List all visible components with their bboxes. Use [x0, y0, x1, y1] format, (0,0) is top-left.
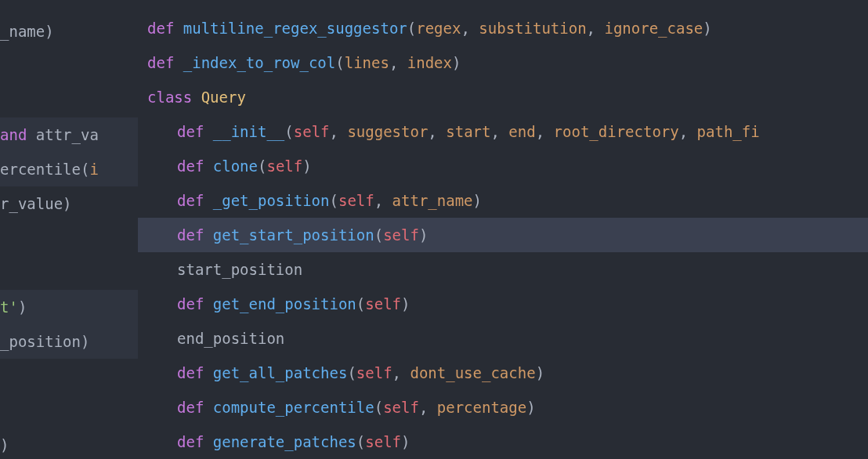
identifier: end_position	[177, 327, 284, 350]
class-name: Query	[201, 86, 246, 109]
function-name: get_all_patches	[213, 362, 348, 385]
param-self: self	[356, 362, 392, 385]
code-text: attr_va	[27, 124, 99, 146]
param: percentage	[437, 396, 526, 419]
code-text: ercentile(	[0, 158, 89, 181]
left-code-panel: _name) and attr_va ercentile(i r_value) …	[0, 0, 138, 459]
param: suggestor	[347, 121, 428, 143]
keyword-def: def	[177, 293, 204, 316]
left-line-empty[interactable]	[0, 393, 138, 428]
param: attr_name	[392, 190, 473, 212]
left-line-empty[interactable]	[0, 255, 138, 290]
left-line-empty[interactable]	[0, 49, 138, 83]
function-name: clone	[213, 155, 258, 178]
outline-item-property[interactable]: end_position	[138, 321, 868, 356]
param: start	[446, 121, 490, 143]
function-name: __init__	[213, 121, 285, 143]
left-line[interactable]: t')	[0, 290, 138, 324]
param-self: self	[266, 155, 302, 178]
function-name: generate_patches	[213, 431, 356, 454]
outline-item[interactable]: def get_all_patches(self, dont_use_cache…	[138, 356, 868, 390]
left-line[interactable]: and attr_va	[0, 117, 138, 152]
param-text: i	[89, 158, 98, 181]
code-text: )	[0, 434, 9, 457]
outline-item[interactable]: def compute_percentile(self, percentage)	[138, 390, 868, 425]
outline-item[interactable]: def __init__(self, suggestor, start, end…	[138, 114, 868, 149]
keyword-def: def	[177, 362, 204, 385]
function-name: _index_to_row_col	[183, 52, 335, 74]
left-line[interactable]: _position)	[0, 324, 138, 359]
outline-item-property[interactable]: start_position	[138, 252, 868, 287]
param: end	[508, 121, 535, 143]
param-self: self	[294, 121, 330, 143]
keyword-def: def	[147, 52, 174, 74]
param: regex	[416, 17, 461, 40]
editor-container: _name) and attr_va ercentile(i r_value) …	[0, 0, 868, 459]
left-line[interactable]: )	[0, 428, 138, 459]
param: root_directory	[554, 121, 679, 143]
outline-item[interactable]: def generate_patches(self)	[138, 425, 868, 459]
keyword-def: def	[147, 17, 174, 40]
function-name: multiline_regex_suggestor	[183, 17, 407, 40]
param-self: self	[383, 224, 419, 247]
left-line-empty[interactable]	[0, 359, 138, 393]
param: ignore_case	[604, 17, 703, 40]
param: substitution	[479, 17, 586, 40]
keyword-def: def	[177, 396, 204, 419]
function-name: _get_position	[213, 190, 330, 212]
keyword-and: and	[0, 124, 27, 146]
param-self: self	[365, 293, 401, 316]
outline-item[interactable]: def clone(self)	[138, 149, 868, 183]
code-text: r_value)	[0, 193, 72, 215]
code-text: _position)	[0, 331, 89, 353]
param: path_fi	[697, 121, 760, 143]
keyword-def: def	[177, 190, 204, 212]
keyword-class: class	[147, 86, 192, 109]
left-line[interactable]: _name)	[0, 14, 138, 49]
string-text: t'	[0, 296, 18, 319]
outline-panel: def multiline_regex_suggestor(regex, sub…	[138, 0, 868, 459]
outline-item[interactable]: def _index_to_row_col(lines, index)	[138, 45, 868, 80]
param-self: self	[383, 396, 419, 419]
param-self: self	[365, 431, 401, 454]
param: index	[407, 52, 452, 74]
keyword-def: def	[177, 121, 204, 143]
left-line[interactable]: ercentile(i	[0, 152, 138, 186]
function-name: get_end_position	[213, 293, 356, 316]
outline-item-selected[interactable]: def get_start_position(self)	[138, 218, 868, 252]
function-name: get_start_position	[213, 224, 374, 247]
outline-item[interactable]: def get_end_position(self)	[138, 287, 868, 321]
identifier: start_position	[177, 258, 302, 281]
code-text: )	[18, 296, 27, 319]
outline-item[interactable]: def multiline_regex_suggestor(regex, sub…	[138, 11, 868, 45]
outline-item-class[interactable]: class Query	[138, 80, 868, 114]
keyword-def: def	[177, 155, 204, 178]
param: lines	[345, 52, 389, 74]
outline-item[interactable]: def _get_position(self, attr_name)	[138, 183, 868, 218]
function-name: compute_percentile	[213, 396, 374, 419]
keyword-def: def	[177, 224, 204, 247]
keyword-def: def	[177, 431, 204, 454]
code-text: _name)	[0, 20, 54, 43]
param-self: self	[338, 190, 374, 212]
param: dont_use_cache	[410, 362, 535, 385]
left-line-empty[interactable]	[0, 221, 138, 255]
left-line-empty[interactable]	[0, 83, 138, 117]
left-line[interactable]: r_value)	[0, 186, 138, 221]
